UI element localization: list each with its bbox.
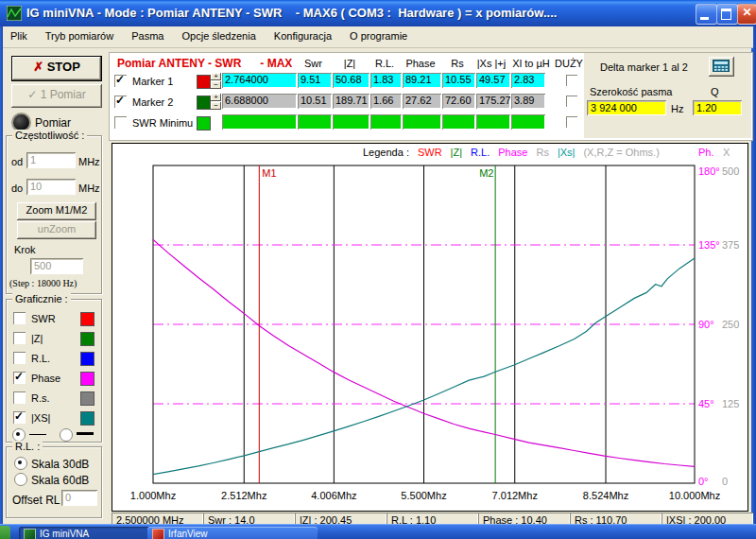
stop-icon: ✗ [33,60,47,74]
swr-min-duzy-checkbox[interactable] [566,116,577,128]
taskbar-button-irfanview[interactable]: IrfanView [147,527,318,539]
offset-rl-input[interactable]: 0 [61,490,97,506]
chart-legend: Legenda :SWR|Z|R.L.PhaseRs|Xs|(X,R,Z = O… [112,147,747,160]
y-tick-label: 0° [698,476,709,487]
swr-minimum-row: SWR Minimu [110,114,752,131]
menu-opcje-sledzenia[interactable]: Opcje śledzenia [175,26,264,47]
swr-min-freq-cell [222,114,297,130]
zoom-m1-m2-button[interactable]: Zoom M1/M2 [17,202,96,220]
marker2-xl-cell: 3.89 [511,94,545,109]
pomiar-led-label: Pomiar [35,116,71,130]
phase-checkbox[interactable] [13,372,26,384]
freq-from-input[interactable]: 1 [26,152,76,168]
legend-item: (X,R,Z = Ohms.) [583,147,659,158]
maximize-icon [721,9,731,20]
y-tick-label: 250 [722,319,739,330]
col-header-duzy: DUŻY [552,58,586,69]
skala-60db-radio[interactable] [14,473,27,486]
legend-axis-Ph.: Ph. [698,147,714,158]
marker1-checkbox[interactable] [114,75,127,87]
menu-pasma[interactable]: Pasma [124,26,171,47]
minimize-icon [700,17,709,20]
legend-axis-X: X [723,147,730,158]
swr-min-xl-cell [511,114,545,130]
unzoom-button[interactable]: unZoom [17,221,96,239]
menu-konfiguracja[interactable]: Konfiguracja [266,26,339,47]
frequency-group: Częstotliwość : od 1 MHz do 10 MHz Zoom … [6,135,102,294]
col-header-rs: Rs [442,58,472,69]
swr-min-rl-cell [370,114,402,130]
app-icon [7,6,22,21]
swr-checkbox-label: SWR [31,313,56,324]
marker2-rl-cell: 1.66 [370,94,402,109]
col-header-z: |Z| [333,58,367,69]
x-tick-label: 7.012Mhz [492,490,538,501]
swr-min-swr-cell [298,114,332,130]
marker1-rl-cell: 1.83 [370,73,402,88]
marker1-color-swatch [197,75,211,89]
marker2-spin-up[interactable] [211,94,221,101]
freq-to-input[interactable]: 10 [26,179,76,195]
skala-30db-radio[interactable] [14,457,27,470]
y-tick-label: 90° [698,319,714,330]
legend-item: R.L. [471,147,490,158]
marker1-label: Marker 1 [132,76,173,87]
swr-min-rs-cell [442,114,475,130]
menu-tryb-pomiarow[interactable]: Tryb pomiarów [38,26,121,47]
marker2-spin-down[interactable] [211,102,221,110]
z-checkbox[interactable] [13,332,26,344]
swr-minimum-label: SWR Minimu [132,117,193,129]
swr-min-phase-cell [403,114,441,130]
marker2-rs-cell: 72.60 [442,94,475,109]
frequency-group-title: Częstotliwość : [12,130,87,141]
minimize-button[interactable] [696,4,717,25]
freq-from-unit: MHz [78,156,100,167]
col-header-phase: Phase [403,58,438,69]
legend-title: Legenda : [363,147,409,158]
marker1-spinner[interactable] [211,73,221,89]
marker1-row: Marker 1 2.764000 9.51 50.68 1.83 89.21 … [110,73,752,90]
y-tick-label: 135° [698,239,720,251]
marker1-duzy-checkbox[interactable] [566,75,577,86]
one-pomiar-button[interactable]: ✓ 1 Pomiar [11,84,102,108]
rl-checkbox[interactable] [13,352,26,364]
rl-group-title: R.L. : [12,441,43,452]
menu-plik[interactable]: Plik [3,26,35,47]
title-bar[interactable]: IG miniVNA - Mode : Pomiar ANTENY - SWR … [0,0,756,26]
chart-plot[interactable]: M1M2180°135°90°45°0°50037525012501.000Mh… [112,144,747,511]
xs-checkbox[interactable] [13,411,26,424]
marker2-label: Marker 2 [132,96,173,108]
legend-item: SWR [418,147,442,158]
menu-o-programie[interactable]: O programie [342,26,415,47]
thick-line-radio[interactable] [60,428,73,442]
thin-line-radio[interactable] [12,428,26,442]
marker2-duzy-checkbox[interactable] [566,96,577,107]
step-input[interactable]: 500 [30,258,83,274]
marker1-spin-up[interactable] [211,73,221,80]
swr-checkbox[interactable] [13,312,26,324]
swr-minimum-checkbox[interactable] [114,116,127,129]
offset-rl-label: Offset RL [12,494,60,507]
stop-button[interactable]: ✗ STOP [11,56,102,81]
x-tick-label: 8.524Mhz [583,490,628,501]
step-info-label: (Step : 18000 Hz) [9,278,77,288]
marker-panel: Delta marker 1 al 2 Szerokość pasma Q 3 … [109,52,753,141]
x-tick-label: 10.000Mhz [669,490,720,501]
col-header-rl: R.L. [370,58,399,69]
marker2-checkbox[interactable] [114,96,127,108]
marker2-swr-cell: 10.51 [298,94,332,109]
marker-label-M1: M1 [262,167,276,179]
x-tick-label: 5.500Mhz [401,490,446,501]
col-header-swr: Swr [298,58,329,69]
marker-panel-title: Pomiar ANTENY - SWR - MAX [117,57,292,70]
close-button[interactable]: ✕ [737,4,756,25]
marker2-spinner[interactable] [211,94,221,110]
thick-line-icon [77,432,94,435]
maximize-button[interactable] [716,4,738,25]
rl-scale-group: R.L. : Skala 30dB Skala 60dB Offset RL 0 [6,446,102,518]
rs-checkbox[interactable] [13,391,26,404]
start-button[interactable] [0,526,10,539]
marker1-spin-down[interactable] [211,81,221,89]
freq-to-label: do [11,183,23,194]
x-tick-label: 2.512Mhz [221,490,266,501]
